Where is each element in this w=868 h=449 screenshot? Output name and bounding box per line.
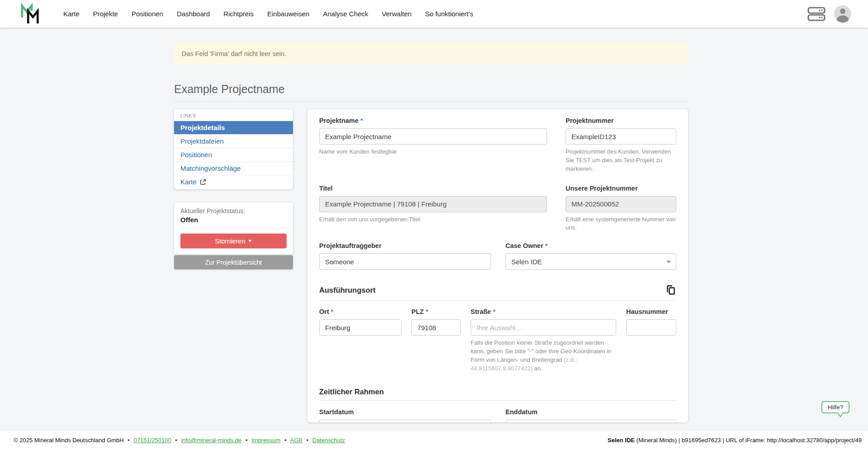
- sidebar-item-matchingvorschlaege[interactable]: Matchingvorschläge: [174, 161, 293, 175]
- field-plz: PLZ*: [411, 308, 461, 336]
- hausnummer-input[interactable]: [626, 319, 676, 336]
- nav-item-einbauweisen[interactable]: Einbauweisen: [267, 10, 309, 18]
- help-button[interactable]: Hilfe?: [821, 401, 849, 413]
- footer-link-agb[interactable]: AGB: [290, 437, 302, 444]
- enddatum-input[interactable]: [505, 420, 676, 422]
- strasse-helper: Falls die Position keiner Straße zugeord…: [471, 339, 616, 373]
- sidebar-item-karte[interactable]: Karte: [174, 175, 293, 188]
- project-details-form: Projektname* Name vom Kunden festlegbar …: [307, 109, 688, 422]
- titel-input: [319, 196, 547, 212]
- validation-alert: Das Feld 'Firma' darf nicht leer sein.: [174, 43, 688, 65]
- copy-icon[interactable]: [665, 284, 676, 296]
- sidebar-item-label: Projektdetails: [180, 124, 225, 131]
- row-daten: Startdatum Enddatum: [319, 408, 676, 422]
- avatar-body: [837, 15, 849, 23]
- field-enddatum: Enddatum: [505, 408, 676, 422]
- sidebar-item-projektdetails[interactable]: Projektdetails: [174, 121, 293, 134]
- unsere-projektnummer-helper: Erhält eine systemgenerierte Nummer von …: [566, 215, 676, 233]
- footer-separator: •: [284, 437, 287, 444]
- sidebar-item-positionen[interactable]: Positionen: [174, 148, 293, 161]
- footer-session-info: Selen IDE (Mineral Minds) | b91695ed7623…: [608, 437, 862, 444]
- titel-label: Titel: [319, 185, 547, 192]
- sidebar-item-label: Projektdateien: [180, 137, 224, 145]
- sidebar-links-card: LINKS Projektdetails Projektdateien Posi…: [174, 109, 293, 189]
- strasse-label: Straße*: [471, 308, 616, 315]
- projektname-helper: Name vom Kunden festlegbar: [319, 148, 547, 156]
- mineral-minds-logo[interactable]: [20, 3, 41, 25]
- enddatum-label: Enddatum: [505, 408, 676, 416]
- footer-link-impressum[interactable]: Impressum: [251, 437, 280, 444]
- case-owner-selected-value: Selen IDE: [511, 258, 542, 266]
- ort-label: Ort*: [319, 308, 401, 315]
- projektname-input[interactable]: [319, 128, 547, 145]
- required-asterisk: *: [545, 242, 548, 249]
- avatar-head: [840, 9, 845, 14]
- field-startdatum: Startdatum: [319, 408, 491, 422]
- footer-user: Selen IDE: [608, 437, 635, 444]
- nav-item-dashboard[interactable]: Dashboard: [177, 10, 210, 18]
- links-heading: LINKS: [174, 109, 293, 121]
- nav-item-analyse-check[interactable]: Analyse Check: [323, 10, 368, 18]
- startdatum-input[interactable]: [319, 420, 491, 422]
- nav-item-richtpreis[interactable]: Richtpreis: [223, 10, 254, 18]
- field-projektnummer: Projektnummer Projektnummer des Kunden. …: [566, 117, 676, 173]
- plz-input[interactable]: [411, 319, 461, 336]
- stornieren-button[interactable]: Stornieren: [180, 234, 287, 248]
- projektnummer-helper: Projektnummer des Kunden. Verwenden Sie …: [566, 148, 676, 173]
- required-asterisk: *: [425, 308, 428, 315]
- footer-session-details: (Mineral Minds) | b91695ed7623 | URL of …: [635, 437, 862, 444]
- caret-down-icon: [248, 240, 252, 242]
- sidebar-item-label: Matchingvorschläge: [180, 164, 241, 172]
- projektauftraggeber-label: Projektauftraggeber: [319, 242, 491, 249]
- status-label: Aktueller Projektstatus:: [180, 207, 287, 215]
- ort-input[interactable]: [319, 319, 401, 336]
- nav-item-so-funktionierts[interactable]: So funktioniert's: [425, 10, 473, 18]
- titel-helper: Erhält den von uns vorgegebenen Titel.: [319, 215, 547, 224]
- footer-link-phone[interactable]: 07151/250100: [134, 437, 171, 444]
- status-value: Offen: [180, 216, 287, 224]
- footer-separator: •: [175, 437, 177, 444]
- case-owner-select[interactable]: Selen IDE: [505, 253, 676, 270]
- ausfuehrungsort-title: Ausführungsort: [319, 286, 376, 295]
- row-auftraggeber-caseowner: Projektauftraggeber Case Owner* Selen ID…: [319, 242, 676, 270]
- row-projektname-projektnummer: Projektname* Name vom Kunden festlegbar …: [319, 117, 676, 173]
- projektnummer-label: Projektnummer: [566, 117, 676, 124]
- nav-item-karte[interactable]: Karte: [63, 10, 80, 18]
- field-ort: Ort*: [319, 308, 401, 336]
- field-case-owner: Case Owner* Selen IDE: [505, 242, 676, 270]
- unsere-projektnummer-input: [566, 196, 676, 212]
- footer-left: © 2025 Mineral Minds Deutschland GmbH • …: [14, 437, 345, 444]
- startdatum-label: Startdatum: [319, 408, 491, 416]
- nav-right-icons: [807, 5, 851, 23]
- field-strasse: Straße* Falls die Position keiner Straße…: [471, 308, 616, 373]
- field-projektname: Projektname* Name vom Kunden festlegbar: [319, 117, 547, 156]
- zur-projektuebersicht-button[interactable]: Zur Projektübersicht: [174, 255, 293, 269]
- server-stack-icon[interactable]: [807, 6, 826, 22]
- page-footer: © 2025 Mineral Minds Deutschland GmbH • …: [0, 431, 868, 449]
- row-adresse: Ort* PLZ* Straße* Falls die Position kei…: [319, 308, 676, 373]
- projektnummer-input[interactable]: [566, 128, 676, 145]
- zeitlicher-rahmen-title: Zeitlicher Rahmen: [319, 388, 384, 396]
- nav-item-positionen[interactable]: Positionen: [132, 10, 163, 18]
- sidebar-item-projektdateien[interactable]: Projektdateien: [174, 134, 293, 148]
- footer-link-datenschutz[interactable]: Datenschutz: [312, 437, 345, 444]
- footer-copyright: © 2025 Mineral Minds Deutschland GmbH: [14, 437, 124, 444]
- footer-separator: •: [127, 437, 130, 444]
- section-divider: [319, 300, 676, 300]
- nav-item-verwalten[interactable]: Verwalten: [382, 10, 412, 18]
- nav-item-projekte[interactable]: Projekte: [93, 10, 118, 18]
- projektauftraggeber-input[interactable]: [319, 253, 491, 270]
- footer-link-email[interactable]: info@mineral-minds.de: [181, 437, 241, 444]
- footer-separator: •: [307, 437, 309, 444]
- stornieren-label: Stornieren: [215, 238, 245, 245]
- section-ausfuehrungsort: Ausführungsort Ort* PLZ*: [319, 284, 676, 373]
- field-projektauftraggeber: Projektauftraggeber: [319, 242, 491, 270]
- unsere-projektnummer-label: Unsere Projektnummer: [566, 185, 676, 192]
- title-divider: [174, 101, 688, 102]
- required-asterisk: *: [360, 117, 363, 124]
- strasse-input[interactable]: [471, 319, 616, 336]
- section-zeitlicher-rahmen: Zeitlicher Rahmen Startdatum Enddatum: [319, 388, 676, 422]
- row-titel-unsere-projektnummer: Titel Erhält den von uns vorgegebenen Ti…: [319, 185, 676, 233]
- user-avatar-icon[interactable]: [834, 5, 851, 23]
- sidebar-item-label: Karte: [180, 178, 197, 186]
